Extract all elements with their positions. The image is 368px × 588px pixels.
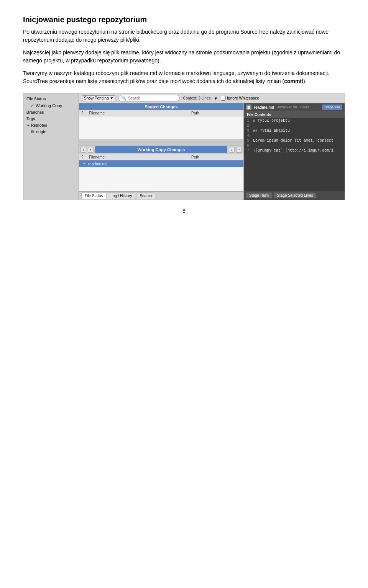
search-box[interactable]: 🔍 [118, 95, 180, 101]
tab-log-history[interactable]: Log / History [107, 193, 135, 199]
staged-body [79, 116, 243, 139]
up-arrow-btn-2[interactable]: ↑ [236, 147, 242, 153]
diff-file-icon: 📄 [246, 105, 251, 110]
working-copy-panel: ↓ ↑ Working Copy Changes ↓ ↑ ? Filename … [79, 145, 243, 191]
down-arrow-btn-1[interactable]: ↓ [80, 147, 86, 153]
paragraph-3: Tworzymy w naszym katalogu roboczym plik… [23, 69, 345, 85]
stage-file-btn[interactable]: Stage File [322, 105, 342, 110]
wc-col-filename: Filename [89, 155, 191, 159]
diff-actions: Stage Hunk Stage Selected Lines [244, 191, 345, 200]
diff-lines: 1# Tytuł projektu23## Tytuł akapitu45Lor… [244, 118, 345, 191]
file-status-section: File Status [23, 96, 79, 102]
diff-panel: 📄 readme.md Untracked file, 7 lines Stag… [244, 103, 345, 200]
search-input[interactable] [128, 96, 177, 100]
bottom-tabs: File Status Log / History Search [79, 191, 243, 200]
file-row-readme[interactable]: ? readme.md [79, 160, 243, 167]
toolbar: Show Pending ▼ 🔍 Context: 3 Lines ▼ Igno… [79, 93, 345, 103]
diff-line: 7![Grumpy cat] (http://i.imgur.com/i [244, 148, 345, 153]
remotes-section: ▼ Remotes [23, 122, 79, 129]
working-copy-body: ? readme.md [79, 160, 243, 191]
article-title: Inicjowanie pustego repozytorium [23, 15, 345, 24]
diff-line: 4 [244, 133, 345, 138]
sourcetree-screenshot: File Status ✔ Working Copy Branches Tags… [23, 93, 345, 200]
diff-line: 5Lorem ipsum dolor sit amet, consect [244, 138, 345, 143]
staged-changes-panel: Staged Changes ? Filename Path [79, 103, 243, 145]
wc-col-q: ? [81, 155, 89, 159]
paragraph-1: Po utworzeniu nowego repozytorium na str… [23, 28, 345, 44]
diff-line: 1# Tytuł projektu [244, 118, 345, 123]
stage-hunk-btn[interactable]: Stage Hunk [246, 193, 272, 198]
file-panels: Staged Changes ? Filename Path ↓ ↑ [79, 103, 244, 200]
wc-col-path: Path [191, 155, 241, 159]
tab-file-status[interactable]: File Status [81, 193, 106, 199]
staged-col-filename: Filename [89, 111, 191, 115]
check-circle-icon: ✔ [30, 103, 34, 108]
chevron-icon-context: ▼ [214, 96, 218, 101]
main-area: Show Pending ▼ 🔍 Context: 3 Lines ▼ Igno… [79, 93, 345, 200]
staged-changes-header: Staged Changes [79, 103, 243, 110]
ignore-whitespace-label: Ignore Whitespace [221, 96, 259, 101]
file-contents-header: File Contents [244, 111, 345, 118]
working-copy-header: Working Copy Changes [95, 146, 227, 153]
ignore-whitespace-checkbox[interactable] [221, 96, 226, 101]
staged-col-path: Path [191, 111, 241, 115]
diff-line: 3## Tytuł akapitu [244, 128, 345, 133]
working-copy-column-header: ? Filename Path [79, 154, 243, 160]
working-copy-toolbar: ↓ ↑ Working Copy Changes ↓ ↑ [79, 145, 243, 154]
file-icon: ? [81, 161, 87, 167]
monitor-icon: 🖥 [30, 129, 34, 134]
paragraph-2: Najczęściej jako pierwszy dodaje się pli… [23, 49, 345, 65]
branches-section: Branches [23, 109, 79, 116]
sidebar-item-working-copy[interactable]: ✔ Working Copy [23, 102, 79, 109]
sidebar: File Status ✔ Working Copy Branches Tags… [23, 93, 79, 200]
context-label: Context: 3 Lines [183, 96, 210, 100]
diff-line: 2 [244, 123, 345, 128]
content-split: Staged Changes ? Filename Path ↓ ↑ [79, 103, 345, 200]
diff-file-info: Untracked file, 7 lines [276, 105, 309, 109]
tab-search[interactable]: Search [136, 193, 155, 199]
diff-filename: readme.md [254, 105, 274, 109]
down-arrow-btn-2[interactable]: ↓ [229, 147, 235, 153]
chevron-down-icon: ▼ [26, 124, 30, 127]
search-icon: 🔍 [121, 96, 127, 101]
tags-section: Tags [23, 116, 79, 122]
diff-line: 6 [244, 143, 345, 148]
page-number: 8 [23, 208, 345, 214]
sidebar-item-origin[interactable]: 🖥 origin [23, 129, 79, 135]
stage-selected-lines-btn[interactable]: Stage Selected Lines [274, 193, 316, 198]
file-row-name: readme.md [88, 162, 108, 166]
up-arrow-btn-1[interactable]: ↑ [88, 147, 94, 153]
show-pending-dropdown[interactable]: Show Pending ▼ [82, 95, 115, 101]
diff-file-header: 📄 readme.md Untracked file, 7 lines Stag… [244, 103, 345, 111]
staged-col-q: ? [81, 111, 89, 115]
staged-column-header: ? Filename Path [79, 110, 243, 116]
